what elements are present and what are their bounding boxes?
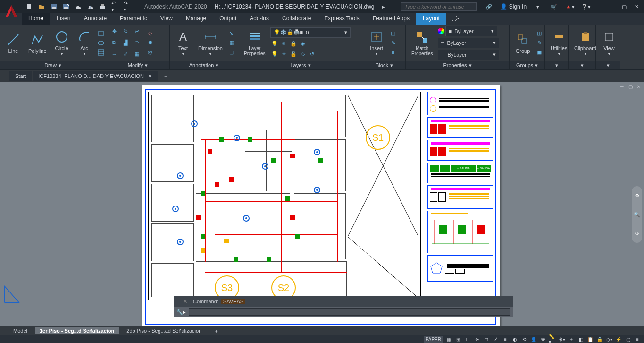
- clean-screen-icon[interactable]: ▢: [624, 336, 632, 343]
- panel-draw-title[interactable]: Draw ▾: [0, 61, 106, 69]
- annomon-icon[interactable]: ＋: [568, 336, 575, 343]
- navigation-bar[interactable]: ✥ 🔍 ⟳: [632, 186, 642, 243]
- cycling-icon[interactable]: ⟲: [520, 336, 528, 343]
- new-icon[interactable]: [25, 3, 33, 10]
- tab-insert[interactable]: Insert: [50, 13, 77, 25]
- group-edit-icon[interactable]: ✎: [535, 39, 544, 47]
- panel-utilities-title[interactable]: ▾: [545, 61, 568, 69]
- ungroup-icon[interactable]: ◫: [535, 29, 544, 38]
- layer-properties-button[interactable]: Layer Properties: [241, 29, 268, 57]
- annovis-icon[interactable]: 👁: [539, 336, 547, 343]
- signin-button[interactable]: 👤 Sign In: [500, 3, 527, 10]
- annoscale-icon[interactable]: 👤: [530, 336, 537, 343]
- save-icon[interactable]: [50, 3, 58, 10]
- explode-icon[interactable]: ✸: [146, 39, 154, 47]
- group-button[interactable]: Group: [512, 31, 533, 55]
- ribbon-settings-icon[interactable]: ⛶▾: [446, 13, 464, 25]
- vp-minimize-icon[interactable]: ─: [619, 83, 625, 90]
- customize-icon[interactable]: ≡: [634, 336, 641, 343]
- create-block-icon[interactable]: ◫: [389, 29, 397, 38]
- panel-annotation-title[interactable]: Annotation ▾: [170, 61, 238, 69]
- units-icon[interactable]: ◧: [577, 336, 585, 343]
- search-box[interactable]: [401, 2, 477, 11]
- cloud-save-icon[interactable]: [87, 3, 94, 10]
- vp-restore-icon[interactable]: ▢: [627, 83, 634, 90]
- fillet-icon[interactable]: ◠: [132, 38, 142, 48]
- grid-icon[interactable]: ▦: [445, 336, 452, 343]
- offset-icon[interactable]: ◎: [146, 48, 154, 57]
- file-tab-start[interactable]: Start: [9, 71, 32, 81]
- hw-accel-icon[interactable]: ⚡: [615, 336, 622, 343]
- panel-clipboard-title[interactable]: ▾: [569, 61, 595, 69]
- copy-icon[interactable]: ⧉: [109, 38, 119, 48]
- match-properties-button[interactable]: Match Properties: [409, 29, 436, 57]
- ortho-icon[interactable]: ∟: [464, 336, 471, 343]
- cart-icon[interactable]: 🛒: [550, 3, 558, 10]
- maximize-button[interactable]: ▢: [620, 3, 628, 10]
- layer-match-icon[interactable]: ≡: [308, 40, 317, 48]
- table-icon[interactable]: ▦: [227, 39, 236, 47]
- tab-view[interactable]: View: [154, 13, 179, 25]
- close-button[interactable]: ✕: [633, 3, 640, 10]
- panel-modify-title[interactable]: Modify ▾: [106, 61, 169, 69]
- redo-icon[interactable]: ↷ ▾: [124, 3, 131, 10]
- snap-icon[interactable]: ⊞: [454, 336, 462, 343]
- layer-thaw-icon[interactable]: ☀: [280, 50, 288, 59]
- measure-button[interactable]: Utilities▾: [548, 28, 570, 57]
- zoom-icon[interactable]: 🔍: [634, 212, 640, 218]
- stay-connected-icon[interactable]: 🔗: [485, 3, 493, 10]
- text-button[interactable]: AText▾: [173, 28, 193, 57]
- layer-freeze-icon[interactable]: ❄: [280, 40, 288, 48]
- app-dropdown[interactable]: 🔺▾: [566, 3, 574, 10]
- command-input[interactable]: [189, 308, 510, 316]
- move-icon[interactable]: ✥: [109, 26, 119, 37]
- exchange-dropdown[interactable]: ▾: [534, 3, 542, 10]
- panel-groups-title[interactable]: Groups ▾: [510, 61, 544, 69]
- undo-icon[interactable]: ↶ ▾: [111, 3, 119, 10]
- otrack-icon[interactable]: ∠: [492, 336, 500, 343]
- base-view-button[interactable]: View▾: [599, 28, 619, 57]
- orbit-icon[interactable]: ⟳: [635, 231, 639, 237]
- lineweight-selector[interactable]: ━ ByLayer▾: [438, 38, 499, 48]
- edit-block-icon[interactable]: ✎: [389, 39, 397, 47]
- polyline-button[interactable]: Polyline: [25, 31, 50, 55]
- layer-uniso-icon[interactable]: ◇: [299, 50, 307, 59]
- polar-icon[interactable]: ☀: [473, 336, 481, 343]
- wipeout-icon[interactable]: ▢: [227, 48, 236, 57]
- tab-output[interactable]: Output: [213, 13, 243, 25]
- panel-block-title[interactable]: Block ▾: [363, 61, 405, 69]
- array-icon[interactable]: ▦: [132, 49, 142, 60]
- scale-icon[interactable]: ⤢: [120, 49, 131, 60]
- scale-list-icon[interactable]: 📏▾: [549, 336, 556, 343]
- group-select-icon[interactable]: ▣: [535, 48, 544, 57]
- tab-express[interactable]: Express Tools: [318, 13, 366, 25]
- panel-layers-title[interactable]: Layers ▾: [238, 61, 363, 69]
- help-icon[interactable]: ❔▾: [582, 3, 590, 10]
- layout-1[interactable]: 1er Piso - Seg...d Señalizacion: [35, 327, 119, 334]
- leader-icon[interactable]: ↘: [227, 29, 236, 38]
- file-tab-dwg[interactable]: ICF10234- PLANO D...IDAD Y EVACUACION✕: [33, 71, 158, 81]
- paper-toggle[interactable]: PAPER: [424, 336, 443, 343]
- command-line[interactable]: ⋮ ✕Command: SAVEAS 🔧▸: [174, 296, 513, 317]
- layer-lock-icon[interactable]: 🔒: [289, 40, 298, 48]
- tab-collaborate[interactable]: Collaborate: [276, 13, 318, 25]
- edit-attr-icon[interactable]: ≡: [389, 48, 397, 57]
- layout-model[interactable]: Model: [8, 327, 32, 334]
- tab-layout[interactable]: Layout: [416, 13, 446, 25]
- arc-button[interactable]: Arc▾: [74, 28, 95, 57]
- cloud-open-icon[interactable]: [75, 3, 82, 10]
- open-icon[interactable]: [38, 3, 45, 10]
- lock-ui-icon[interactable]: 🔒: [596, 336, 603, 343]
- new-tab-button[interactable]: ＋: [159, 71, 173, 82]
- layer-unlock-icon[interactable]: 🔓: [289, 50, 298, 59]
- line-button[interactable]: Line: [3, 31, 24, 55]
- saveas-icon[interactable]: [62, 3, 70, 10]
- hatch-icon[interactable]: [97, 48, 105, 57]
- drawing-canvas[interactable]: ─ ▢ ✕: [0, 82, 644, 326]
- stretch-icon[interactable]: ↔: [109, 49, 119, 60]
- layout-add[interactable]: ＋: [209, 326, 224, 335]
- tab-home[interactable]: Home: [22, 13, 50, 25]
- layer-prev-icon[interactable]: ↺: [308, 50, 317, 59]
- layer-iso-icon[interactable]: ◈: [299, 40, 307, 48]
- color-selector[interactable]: ■ ByLayer▾: [445, 26, 497, 36]
